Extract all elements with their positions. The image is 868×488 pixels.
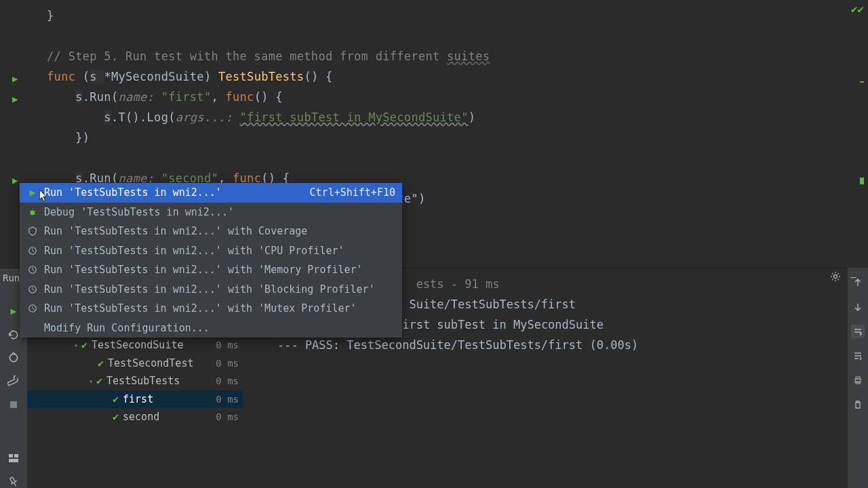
- pass-icon: ✔: [113, 411, 119, 423]
- layout-icon[interactable]: [7, 452, 20, 465]
- shield-icon: [26, 225, 39, 237]
- run-gutter-icon[interactable]: ▶: [12, 175, 18, 186]
- svg-point-8: [834, 275, 837, 279]
- gear-icon[interactable]: [830, 271, 842, 283]
- menu-blocking-profiler[interactable]: Run 'TestSubTests in wni2...' with 'Bloc…: [20, 280, 402, 300]
- svg-line-16: [838, 273, 840, 274]
- tree-first-row[interactable]: ✔ first 0 ms: [27, 390, 243, 409]
- menu-debug[interactable]: Debug 'TestSubTests in wni2...': [20, 203, 402, 222]
- tree-subtests-row[interactable]: ▾ ✔ TestSubTests 0 ms: [27, 372, 243, 390]
- scroll-to-end-icon[interactable]: [851, 349, 865, 363]
- svg-line-3: [35, 211, 36, 211]
- menu-shortcut: Ctrl+Shift+F10: [310, 186, 395, 199]
- run-tool-label[interactable]: Run: [3, 272, 20, 283]
- print-icon[interactable]: [851, 373, 865, 387]
- menu-run-label: Run 'TestSubTests in wni2...': [44, 186, 310, 199]
- svg-rect-18: [10, 401, 17, 408]
- pass-icon: ✔: [113, 393, 119, 405]
- svg-line-13: [832, 273, 833, 274]
- menu-label: Run 'TestSubTests in wni2...' with Cover…: [44, 225, 395, 237]
- menu-mutex-profiler[interactable]: Run 'TestSubTests in wni2...' with 'Mute…: [20, 299, 402, 319]
- run-gutter-icon[interactable]: ▶: [12, 73, 18, 84]
- menu-coverage[interactable]: Run 'TestSubTests in wni2...' with Cover…: [20, 222, 402, 241]
- rerun-failed-icon[interactable]: [7, 328, 20, 341]
- menu-run[interactable]: ▶ Run 'TestSubTests in wni2...' Ctrl+Shi…: [20, 183, 402, 203]
- context-menu: ▶ Run 'TestSubTests in wni2...' Ctrl+Shi…: [20, 183, 402, 338]
- pass-icon: ✔: [98, 357, 104, 369]
- menu-label: Run 'TestSubTests in wni2...' with 'Memo…: [44, 264, 395, 276]
- stop-icon[interactable]: [7, 399, 20, 411]
- menu-label: Run 'TestSubTests in wni2...' with 'Mute…: [44, 302, 395, 314]
- trash-icon[interactable]: [851, 398, 865, 411]
- output-toolbar: [848, 268, 868, 488]
- menu-label: Run 'TestSubTests in wni2...' with 'CPU …: [44, 245, 395, 257]
- soft-wrap-icon[interactable]: [851, 325, 865, 338]
- toggle-auto-test-icon[interactable]: [7, 352, 20, 365]
- tree-suite-row[interactable]: ▾ ✔ TestSecondSuite 0 ms: [27, 336, 243, 354]
- clock-icon: [26, 283, 39, 296]
- down-arrow-icon[interactable]: [851, 300, 865, 314]
- svg-rect-23: [856, 377, 860, 379]
- wrench-icon[interactable]: [7, 375, 20, 388]
- inspection-ok-icon[interactable]: ✔✔: [851, 3, 864, 16]
- pin-icon[interactable]: [7, 475, 20, 488]
- run-gutter-icon[interactable]: ▶: [12, 94, 18, 104]
- menu-modify-config[interactable]: Modify Run Configuration...: [20, 319, 402, 338]
- menu-label: Run 'TestSubTests in wni2...' with 'Bloc…: [44, 283, 395, 296]
- clock-icon: [26, 245, 39, 257]
- svg-rect-21: [9, 459, 18, 462]
- menu-label: Modify Run Configuration...: [44, 322, 395, 334]
- chevron-down-icon[interactable]: ▾: [71, 342, 81, 349]
- clock-icon: [26, 264, 39, 276]
- svg-rect-20: [14, 454, 18, 458]
- menu-label: Debug 'TestSubTests in wni2...': [44, 206, 395, 218]
- cursor-icon: [39, 190, 49, 202]
- bug-icon: [26, 206, 39, 218]
- svg-point-0: [31, 210, 35, 215]
- menu-memory-profiler[interactable]: Run 'TestSubTests in wni2...' with 'Memo…: [20, 260, 402, 280]
- menu-cpu-profiler[interactable]: Run 'TestSubTests in wni2...' with 'CPU …: [20, 241, 402, 261]
- svg-line-2: [30, 211, 31, 211]
- chevron-down-icon[interactable]: ▾: [85, 378, 96, 385]
- clock-icon: [26, 302, 39, 314]
- svg-point-17: [9, 354, 17, 362]
- minimize-icon[interactable]: —: [850, 271, 863, 283]
- rerun-icon[interactable]: ▶: [7, 305, 20, 318]
- play-icon: ▶: [26, 186, 39, 199]
- pass-icon: ✔: [81, 339, 87, 351]
- pass-icon: ✔: [96, 375, 102, 387]
- tree-second-row[interactable]: ✔ second 0 ms: [27, 408, 243, 426]
- svg-line-14: [838, 279, 840, 281]
- tree-test-row[interactable]: ✔ TestSecondTest 0 ms: [27, 354, 243, 373]
- svg-line-15: [832, 279, 833, 281]
- svg-rect-19: [9, 454, 13, 458]
